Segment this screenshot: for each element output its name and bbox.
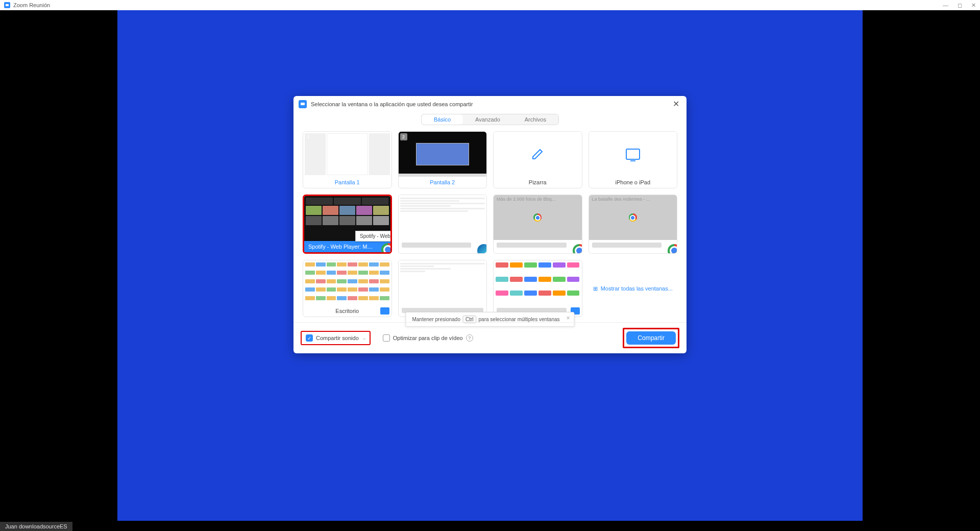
edge-icon (477, 244, 487, 254)
meeting-stage: Seleccionar la ventana o la aplicación q… (0, 10, 980, 521)
window-title-overlay: Más de 2.000 fotos de Bbq... (497, 197, 579, 202)
screen-number-badge: 2 (400, 133, 407, 140)
dialog-title: Seleccionar la ventana o la aplicación q… (311, 101, 671, 107)
tile-label: iPhone o iPad (589, 177, 677, 188)
tile-screen-2[interactable]: 2 Pantalla 2 (398, 131, 487, 188)
close-button[interactable]: ✕ (971, 2, 976, 9)
zoom-app-icon (4, 2, 10, 8)
tile-screen-1[interactable]: 1 Pantalla 1 (303, 131, 392, 188)
tile-label: Pizarra (494, 177, 582, 188)
window-title: Zoom Reunión (13, 2, 50, 8)
share-button[interactable]: Compartir (626, 331, 676, 345)
tile-edge-window[interactable] (398, 195, 487, 254)
windows-icon: ⊞ (593, 285, 598, 292)
tile-label (497, 243, 567, 248)
tab-basic[interactable]: Básico (422, 114, 463, 125)
optimize-video-checkbox[interactable] (383, 334, 390, 342)
chrome-icon (533, 213, 542, 222)
zoom-icon (299, 100, 307, 108)
tile-label: Spotify - Web Player: Music for e... (304, 241, 390, 252)
share-sound-option[interactable]: ✓ Compartir sonido ⌵ (301, 331, 371, 345)
tile-explorer-2[interactable] (398, 260, 487, 317)
video-background: Seleccionar la ventana o la aplicación q… (117, 10, 863, 521)
minimize-button[interactable]: — (943, 2, 948, 9)
tile-whiteboard[interactable]: Pizarra (493, 131, 582, 188)
tab-advanced[interactable]: Avanzado (463, 114, 512, 125)
chrome-icon (668, 244, 677, 254)
tile-settings[interactable] (493, 260, 582, 317)
tab-files[interactable]: Archivos (512, 114, 558, 125)
desktop-icon (380, 307, 389, 315)
tooltip: Spotify - Web Player: Music for everyone… (355, 231, 392, 242)
hint-close-button[interactable]: × (567, 315, 570, 322)
dialog-footer: ✓ Compartir sonido ⌵ Optimizar para clip… (293, 322, 687, 353)
share-sound-checkbox[interactable]: ✓ (306, 334, 313, 342)
maximize-button[interactable]: ◻ (958, 2, 962, 9)
chrome-icon (629, 213, 637, 222)
share-options-grid: 1 Pantalla 1 2 Pantalla 2 Pi (293, 129, 687, 322)
watermark: Juan downloadsourceES (0, 522, 72, 531)
optimize-video-option[interactable]: Optimizar para clip de vídeo ? (379, 332, 477, 344)
share-screen-dialog: Seleccionar la ventana o la aplicación q… (293, 96, 687, 353)
tile-chrome-ardennes[interactable]: La bataille des Ardennes - ... (589, 195, 678, 254)
tile-label (592, 243, 662, 248)
chrome-icon (381, 243, 392, 254)
chrome-icon (573, 244, 582, 254)
tile-label: Pantalla 2 (399, 177, 487, 188)
show-all-windows-link[interactable]: ⊞ Mostrar todas las ventanas... (589, 260, 678, 317)
window-titlebar: Zoom Reunión — ◻ ✕ (0, 0, 980, 10)
chevron-down-icon[interactable]: ⌵ (363, 335, 365, 341)
pencil-icon (531, 148, 544, 160)
window-title-overlay: La bataille des Ardennes - ... (592, 197, 674, 202)
tile-chrome-bbq[interactable]: Más de 2.000 fotos de Bbq... (493, 195, 582, 254)
screen-number-badge: 1 (305, 133, 312, 140)
tile-label: Pantalla 1 (303, 177, 391, 188)
tile-desktop[interactable]: Escritorio (303, 260, 392, 317)
tile-iphone-ipad[interactable]: iPhone o iPad (589, 131, 678, 188)
tile-label: Escritorio (303, 305, 391, 317)
tile-spotify-chrome[interactable]: Spotify - Web Player: Music for e... Spo… (303, 195, 392, 254)
dialog-close-button[interactable]: ✕ (671, 99, 681, 109)
device-icon (626, 149, 640, 160)
share-tabs: Básico Avanzado Archivos (293, 112, 687, 129)
tile-label (402, 243, 472, 248)
help-icon[interactable]: ? (466, 334, 473, 342)
